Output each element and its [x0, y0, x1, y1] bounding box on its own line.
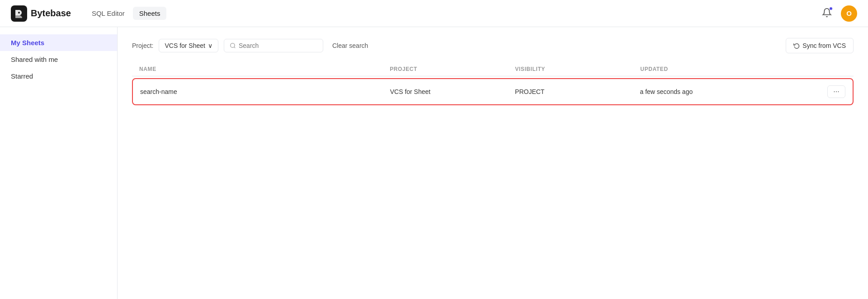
- search-box: [224, 39, 323, 52]
- sidebar-item-starred[interactable]: Starred: [0, 68, 117, 84]
- col-header-visibility: VISIBILITY: [515, 66, 640, 72]
- more-icon: ···: [833, 88, 839, 96]
- col-header-actions: [828, 66, 846, 72]
- col-header-name: NAME: [139, 66, 390, 72]
- cell-project: VCS for Sheet: [390, 88, 515, 95]
- sync-from-vcs-button[interactable]: Sync from VCS: [786, 38, 854, 53]
- cell-visibility: PROJECT: [515, 88, 640, 95]
- clear-search-button[interactable]: Clear search: [329, 40, 372, 51]
- cell-name: search-name: [140, 88, 390, 95]
- col-header-updated: UPDATED: [640, 66, 828, 72]
- sidebar-item-my-sheets[interactable]: My Sheets: [0, 34, 117, 51]
- avatar[interactable]: O: [841, 5, 857, 22]
- svg-line-3: [234, 47, 236, 48]
- bytebase-logo-icon: [11, 5, 27, 22]
- row-more-button[interactable]: ···: [827, 85, 845, 98]
- table-row[interactable]: search-name VCS for Sheet PROJECT a few …: [132, 78, 854, 105]
- search-input[interactable]: [239, 42, 317, 49]
- table-header: NAME PROJECT VISIBILITY UPDATED: [132, 62, 854, 76]
- nav-sql-editor[interactable]: SQL Editor: [85, 7, 131, 20]
- cell-updated: a few seconds ago: [640, 88, 827, 95]
- logo-text: Bytebase: [31, 8, 71, 19]
- main-content: Project: VCS for Sheet ∨ Clear search Sy…: [118, 27, 868, 299]
- project-select-value: VCS for Sheet: [165, 42, 205, 49]
- chevron-down-icon: ∨: [208, 42, 212, 49]
- project-select[interactable]: VCS for Sheet ∨: [159, 39, 218, 52]
- sync-icon: [793, 42, 800, 49]
- sync-label: Sync from VCS: [802, 42, 846, 49]
- nav-sheets[interactable]: Sheets: [133, 7, 167, 20]
- search-icon: [230, 42, 236, 49]
- header-right: O: [820, 5, 857, 22]
- sidebar: My Sheets Shared with me Starred: [0, 27, 118, 299]
- main-nav: SQL Editor Sheets: [85, 7, 167, 20]
- svg-point-1: [18, 12, 20, 14]
- notifications-button[interactable]: [820, 6, 834, 21]
- logo[interactable]: Bytebase: [11, 5, 71, 22]
- svg-point-2: [231, 43, 235, 47]
- sidebar-item-shared-with-me[interactable]: Shared with me: [0, 51, 117, 68]
- project-label: Project:: [132, 42, 153, 49]
- col-header-project: PROJECT: [390, 66, 515, 72]
- notification-dot: [829, 7, 833, 10]
- toolbar: Project: VCS for Sheet ∨ Clear search Sy…: [132, 38, 854, 53]
